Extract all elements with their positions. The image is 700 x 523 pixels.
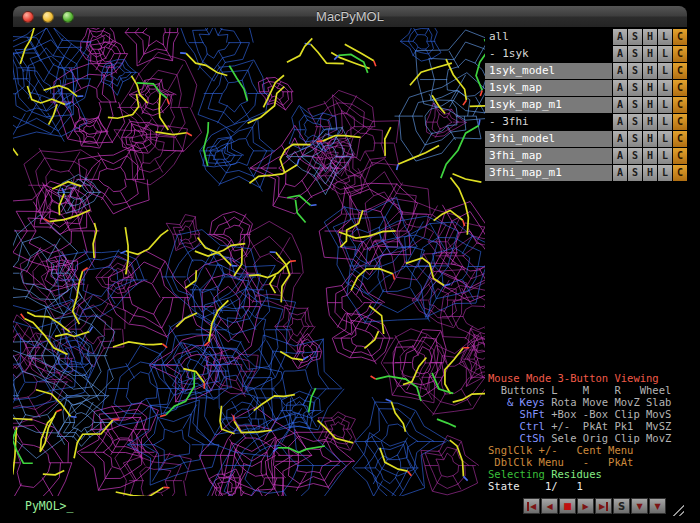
step-back-icon: ◀ [546,502,552,511]
step-back-button[interactable]: ◀ [541,498,558,514]
object-h-button[interactable]: H [643,80,657,96]
object-h-button[interactable]: H [643,131,657,147]
object-s-button[interactable]: S [628,63,642,79]
object-l-button[interactable]: L [658,80,672,96]
object-h-button[interactable]: H [643,46,657,62]
mouse-panel-key: Selecting [488,468,551,480]
object-name[interactable]: all [485,29,612,45]
play-icon: ▶ [582,502,588,511]
object-c-button[interactable]: C [673,29,687,45]
mouse-panel-values: Residues [551,468,602,480]
object-a-button[interactable]: A [613,114,627,130]
object-a-button[interactable]: A [613,148,627,164]
movie-controls: ◀◀■▶▶S▼▼ [523,498,666,514]
molecular-viewport[interactable] [13,28,485,496]
mouse-panel-line[interactable]: Mouse Mode 3-Button Viewing [488,372,687,384]
zoom-button[interactable] [62,11,74,23]
object-a-button[interactable]: A [613,97,627,113]
mouse-panel-key: SnglClk [488,444,539,456]
object-s-button[interactable]: S [628,97,642,113]
object-c-button[interactable]: C [673,46,687,62]
object-c-button[interactable]: C [673,97,687,113]
object-l-button[interactable]: L [658,97,672,113]
object-l-button[interactable]: L [658,29,672,45]
object-c-button[interactable]: C [673,63,687,79]
object-name[interactable]: - 3fhi [485,114,612,130]
movie-menu-icon: ▼ [636,502,642,511]
object-a-button[interactable]: A [613,46,627,62]
play-button[interactable]: ▶ [577,498,594,514]
object-l-button[interactable]: L [658,114,672,130]
mouse-panel-values: Menu - PkAt [539,456,634,468]
mouse-panel-values: +Box -Box Clip MovS [551,408,671,420]
mouse-panel-key: ShFt [488,408,551,420]
object-h-button[interactable]: H [643,29,657,45]
object-a-button[interactable]: A [613,29,627,45]
object-l-button[interactable]: L [658,131,672,147]
object-list: allASHLC- 1sykASHLC1syk_modelASHLC1syk_m… [485,28,687,182]
object-h-button[interactable]: H [643,165,657,181]
object-c-button[interactable]: C [673,114,687,130]
object-l-button[interactable]: L [658,165,672,181]
object-s-button[interactable]: S [628,165,642,181]
main-area: allASHLC- 1sykASHLC1syk_modelASHLC1syk_m… [13,28,687,496]
object-c-button[interactable]: C [673,148,687,164]
mouse-panel-line: Buttons L M R Wheel [488,384,687,396]
state-menu-button[interactable]: ▼ [649,498,666,514]
object-c-button[interactable]: C [673,165,687,181]
state-menu-icon: ▼ [654,502,660,511]
mouse-panel-line[interactable]: Selecting Residues [488,468,687,480]
object-s-button[interactable]: S [628,114,642,130]
mouse-panel-line[interactable]: SnglClk +/- Cent Menu [488,444,687,456]
scene-icon: S [618,501,625,512]
right-panel: allASHLC- 1sykASHLC1syk_modelASHLC1syk_m… [485,28,687,496]
resize-grip[interactable] [670,502,684,516]
mouse-panel-values: +/- PkAt Pk1 MvSZ [551,420,671,432]
mouse-panel-values: 1/ 1 [526,480,583,492]
object-name[interactable]: 1syk_model [485,63,612,79]
movie-menu-button[interactable]: ▼ [631,498,648,514]
command-prompt[interactable]: PyMOL>_ [13,499,523,513]
scene-button[interactable]: S [613,498,630,514]
object-a-button[interactable]: A [613,165,627,181]
object-a-button[interactable]: A [613,131,627,147]
bottom-bar: PyMOL>_ ◀◀■▶▶S▼▼ [13,496,687,516]
object-h-button[interactable]: H [643,97,657,113]
object-l-button[interactable]: L [658,46,672,62]
go-to-end-button[interactable]: ▶ [595,498,612,514]
object-row: 3fhi_map_m1ASHLC [485,165,687,181]
object-s-button[interactable]: S [628,46,642,62]
go-to-start-button[interactable]: ◀ [523,498,540,514]
object-a-button[interactable]: A [613,63,627,79]
mouse-panel-key: Buttons [488,384,551,396]
object-h-button[interactable]: H [643,148,657,164]
object-name[interactable]: 1syk_map_m1 [485,97,612,113]
object-s-button[interactable]: S [628,29,642,45]
object-c-button[interactable]: C [673,131,687,147]
minimize-button[interactable] [42,11,54,23]
go-to-end-icon: ▶ [599,502,608,511]
object-l-button[interactable]: L [658,63,672,79]
close-button[interactable] [22,11,34,23]
titlebar[interactable]: MacPyMOL [13,6,687,28]
object-s-button[interactable]: S [628,148,642,164]
object-name[interactable]: - 1syk [485,46,612,62]
object-s-button[interactable]: S [628,80,642,96]
object-name[interactable]: 3fhi_model [485,131,612,147]
object-row: - 3fhiASHLC [485,114,687,130]
stop-button[interactable]: ■ [559,498,576,514]
object-name[interactable]: 3fhi_map_m1 [485,165,612,181]
mouse-panel-values: Sele Orig Clip MovZ [551,432,671,444]
object-s-button[interactable]: S [628,131,642,147]
object-name[interactable]: 1syk_map [485,80,612,96]
object-h-button[interactable]: H [643,63,657,79]
mouse-panel-key: Ctrl [488,420,551,432]
object-l-button[interactable]: L [658,148,672,164]
object-a-button[interactable]: A [613,80,627,96]
go-to-start-icon: ◀ [527,502,536,511]
object-h-button[interactable]: H [643,114,657,130]
mouse-panel-line[interactable]: DblClk Menu - PkAt [488,456,687,468]
mouse-panel-line: State 1/ 1 [488,480,687,492]
object-name[interactable]: 3fhi_map [485,148,612,164]
object-c-button[interactable]: C [673,80,687,96]
